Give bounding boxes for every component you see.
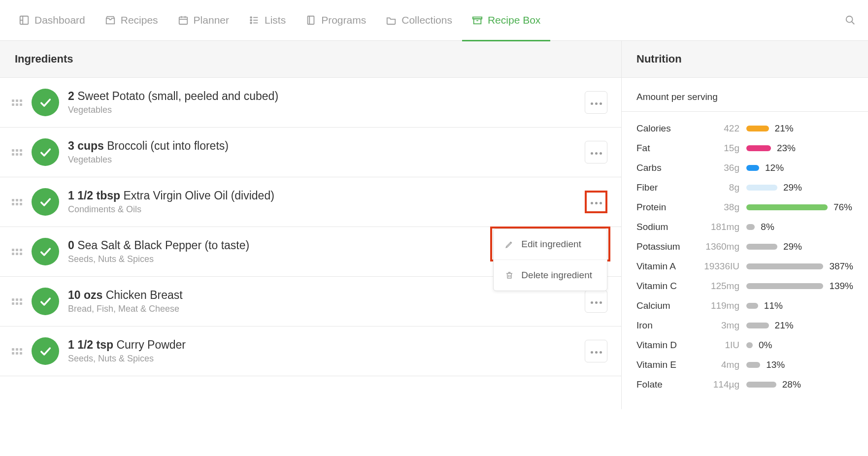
nav-collections[interactable]: Collections bbox=[376, 0, 462, 41]
pencil-icon bbox=[504, 239, 514, 249]
nutrition-row: Carbs 36g 12% bbox=[636, 158, 853, 178]
nutrition-bar bbox=[746, 362, 760, 368]
nutrition-percent: 23% bbox=[777, 143, 796, 154]
nutrition-bar-wrap: 21% bbox=[746, 123, 853, 134]
edit-ingredient-item[interactable]: Edit ingredient bbox=[494, 229, 607, 260]
delete-ingredient-item[interactable]: Delete ingredient bbox=[494, 260, 607, 291]
nutrition-bar bbox=[746, 323, 769, 328]
nutrition-percent: 21% bbox=[775, 320, 794, 331]
nutrition-title: Nutrition bbox=[636, 53, 853, 65]
nav-label: Programs bbox=[321, 14, 366, 26]
dropdown-label: Delete ingredient bbox=[521, 270, 592, 281]
ingredient-name: 1 1/2 tsp Curry Powder bbox=[68, 338, 576, 352]
ingredient-text: 10 ozs Chicken Breast Bread, Fish, Meat … bbox=[68, 289, 576, 314]
drag-handle[interactable] bbox=[11, 298, 23, 305]
ingredients-header: Ingredients bbox=[0, 40, 621, 78]
check-icon[interactable] bbox=[32, 89, 59, 116]
ingredient-more-button[interactable] bbox=[585, 340, 607, 362]
lists-icon bbox=[249, 15, 260, 26]
nutrition-value: 125mg bbox=[698, 281, 739, 292]
check-icon[interactable] bbox=[32, 138, 59, 166]
nutrition-percent: 387% bbox=[829, 261, 853, 272]
more-icon bbox=[590, 148, 603, 157]
ingredient-row: 3 cups Broccoli (cut into florets) Veget… bbox=[0, 128, 621, 177]
nutrition-bar-wrap: 0% bbox=[746, 340, 853, 351]
dashboard-icon bbox=[19, 15, 30, 26]
nutrition-bar-wrap: 23% bbox=[746, 143, 853, 154]
nutrition-percent: 21% bbox=[775, 123, 794, 134]
nutrition-label: Fiber bbox=[636, 182, 691, 193]
ingredient-category: Vegetables bbox=[68, 155, 576, 165]
nutrition-bar-wrap: 28% bbox=[746, 379, 853, 390]
nav-programs[interactable]: Programs bbox=[296, 0, 376, 41]
nutrition-bar-wrap: 11% bbox=[746, 300, 853, 311]
ingredients-title: Ingredients bbox=[15, 53, 606, 65]
nutrition-value: 181mg bbox=[698, 222, 739, 232]
check-icon[interactable] bbox=[32, 288, 59, 315]
calendar-icon bbox=[178, 15, 189, 26]
svg-rect-13 bbox=[308, 16, 314, 25]
more-icon bbox=[590, 297, 603, 306]
nav-label: Dashboard bbox=[34, 14, 85, 26]
nutrition-value: 119mg bbox=[698, 300, 739, 311]
nav-lists[interactable]: Lists bbox=[239, 0, 296, 41]
nutrition-bar bbox=[746, 263, 823, 269]
nutrition-percent: 76% bbox=[834, 202, 852, 213]
nutrition-row: Potassium 1360mg 29% bbox=[636, 237, 853, 257]
drag-handle[interactable] bbox=[11, 348, 23, 355]
search-button[interactable] bbox=[841, 11, 859, 29]
ingredient-row: 1 1/2 tsp Curry Powder Seeds, Nuts & Spi… bbox=[0, 326, 621, 376]
nutrition-row: Sodium 181mg 8% bbox=[636, 217, 853, 237]
ingredient-dropdown: Edit ingredient Delete ingredient bbox=[493, 228, 607, 291]
ingredient-row: 2 Sweet Potato (small, peeled and cubed)… bbox=[0, 78, 621, 128]
ingredient-row: 1 1/2 tbsp Extra Virgin Olive Oil (divid… bbox=[0, 177, 621, 227]
trash-icon bbox=[504, 270, 514, 280]
dropdown-label: Edit ingredient bbox=[521, 239, 581, 250]
nutrition-label: Vitamin E bbox=[636, 359, 691, 370]
nav-recipes[interactable]: Recipes bbox=[95, 0, 168, 41]
nutrition-value: 8g bbox=[698, 182, 739, 193]
nav-planner[interactable]: Planner bbox=[168, 0, 239, 41]
nutrition-percent: 13% bbox=[766, 359, 785, 370]
nutrition-bar-wrap: 139% bbox=[746, 281, 853, 292]
nutrition-label: Carbs bbox=[636, 163, 691, 173]
nutrition-label: Potassium bbox=[636, 241, 691, 252]
nutrition-label: Calories bbox=[636, 123, 691, 134]
nutrition-value: 19336IU bbox=[698, 261, 739, 272]
ingredient-more-button[interactable] bbox=[585, 141, 607, 163]
book-icon bbox=[305, 15, 316, 26]
drag-handle[interactable] bbox=[11, 149, 23, 156]
nav-label: Planner bbox=[194, 14, 229, 26]
nutrition-label: Folate bbox=[636, 379, 691, 390]
nutrition-bar bbox=[746, 185, 777, 191]
ingredient-category: Seeds, Nuts & Spices bbox=[68, 354, 576, 364]
nutrition-label: Sodium bbox=[636, 222, 691, 232]
nav-recipe-box[interactable]: Recipe Box bbox=[462, 0, 550, 41]
ingredient-list: 2 Sweet Potato (small, peeled and cubed)… bbox=[0, 78, 621, 376]
check-icon[interactable] bbox=[32, 188, 59, 216]
ingredient-text: 1 1/2 tsp Curry Powder Seeds, Nuts & Spi… bbox=[68, 338, 576, 364]
nutrition-row: Vitamin E 4mg 13% bbox=[636, 355, 853, 375]
ingredient-text: 3 cups Broccoli (cut into florets) Veget… bbox=[68, 139, 576, 165]
ingredient-more-button[interactable] bbox=[585, 91, 607, 114]
ingredient-category: Bread, Fish, Meat & Cheese bbox=[68, 304, 576, 314]
drag-handle[interactable] bbox=[11, 199, 23, 205]
check-icon[interactable] bbox=[32, 238, 59, 265]
drag-handle[interactable] bbox=[11, 249, 23, 255]
nutrition-row: Folate 114µg 28% bbox=[636, 375, 853, 394]
nutrition-bar bbox=[746, 126, 769, 131]
ingredient-more-button[interactable] bbox=[585, 290, 607, 313]
nutrition-label: Vitamin A bbox=[636, 261, 691, 272]
nutrition-bar-wrap: 13% bbox=[746, 359, 853, 370]
check-icon[interactable] bbox=[32, 337, 59, 365]
nutrition-row: Iron 3mg 21% bbox=[636, 316, 853, 335]
ingredient-more-button[interactable] bbox=[585, 191, 607, 213]
nutrition-percent: 12% bbox=[765, 163, 784, 173]
nav-dashboard[interactable]: Dashboard bbox=[9, 0, 95, 41]
nutrition-value: 114µg bbox=[698, 379, 739, 390]
nutrition-bar bbox=[746, 244, 777, 250]
drag-handle[interactable] bbox=[11, 99, 23, 106]
nutrition-row: Calories 422 21% bbox=[636, 119, 853, 138]
nutrition-bar bbox=[746, 303, 758, 309]
nutrition-percent: 0% bbox=[759, 340, 772, 351]
